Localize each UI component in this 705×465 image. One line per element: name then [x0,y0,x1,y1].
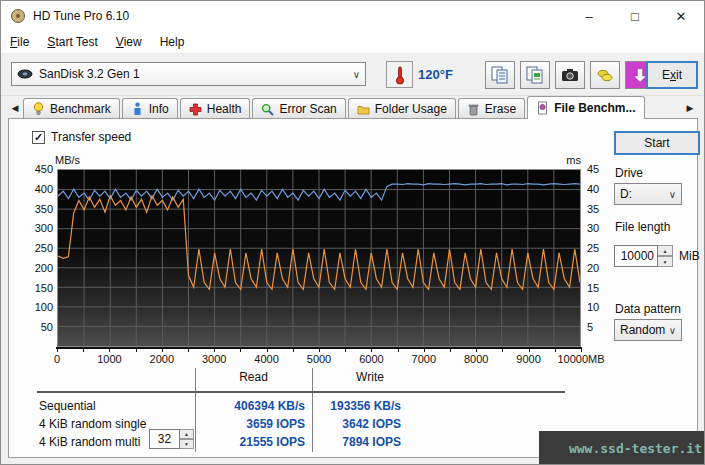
tab-bar: ◀ Benchmark Info Health Error Scan Folde… [1,96,704,119]
tab-label: Folder Usage [375,102,447,116]
transfer-speed-plot [57,169,581,347]
tab-label: Health [207,102,242,116]
spin-down-icon: ▼ [184,441,189,447]
file-bulb-icon [536,101,549,115]
y-tick-label: 40 [587,183,613,195]
random-single-read-value: 3659 IOPS [202,417,305,431]
minimize-button[interactable]: – [566,1,612,31]
tab-info[interactable]: Info [122,98,178,119]
sequential-read-value: 406394 KB/s [202,399,305,413]
file-length-label: File length [615,220,670,234]
drive-selector-dropdown[interactable]: SanDisk 3.2 Gen 1 ∨ [11,62,366,86]
y-tick-label: 150 [27,282,53,294]
close-button[interactable]: ✕ [658,1,704,31]
donate-button[interactable] [590,61,620,89]
right-axis-title: ms [549,154,581,166]
queue-depth-spin-up[interactable]: ▲ [180,429,194,439]
chevron-right-icon: ▶ [687,103,694,113]
menu-help[interactable]: Help [151,31,194,53]
transfer-speed-checkbox[interactable]: ✓ [32,131,45,144]
data-pattern-label: Data pattern [615,302,681,316]
drive-dropdown[interactable]: D: ∨ [614,183,682,205]
tab-label: File Benchm... [554,101,635,115]
info-person-icon [131,102,144,116]
file-length-spin-down[interactable]: ▼ [658,256,673,267]
read-header: Read [202,370,305,384]
y-axis-right: 45403530252015105 [587,169,613,347]
drive-selector-value: SanDisk 3.2 Gen 1 [39,67,140,81]
tab-benchmark[interactable]: Benchmark [23,98,120,119]
maximize-button[interactable]: □ [612,1,658,31]
checkmark-icon: ✓ [34,131,43,143]
coins-icon [595,65,615,85]
exit-button[interactable]: Exit [646,61,698,89]
spin-up-icon: ▲ [663,248,668,254]
start-button[interactable]: Start [614,131,700,155]
x-tick-label: 2000 [150,353,174,365]
temperature-button[interactable] [386,61,413,88]
menu-file[interactable]: File [1,31,38,53]
camera-icon [560,65,580,85]
app-disk-icon [10,8,26,24]
y-tick-label: 10 [587,301,613,313]
x-tick-label: 6000 [359,353,383,365]
random-single-write-value: 3642 IOPS [317,417,401,431]
tab-file-benchmark[interactable]: File Benchm... [527,96,644,119]
file-length-spin-up[interactable]: ▲ [658,245,673,256]
tab-scroll-right-button[interactable]: ▶ [682,99,698,117]
file-length-unit: MiB [679,249,700,263]
tab-erase[interactable]: Erase [458,98,525,119]
chevron-down-icon: ∨ [669,189,676,200]
spin-down-icon: ▼ [663,259,668,265]
folder-icon [357,104,370,115]
tab-error-scan[interactable]: Error Scan [252,98,345,119]
data-pattern-dropdown[interactable]: Random ∨ [614,319,682,341]
x-tick-label: 8000 [464,353,488,365]
file-benchmark-page: ✓ Transfer speed MB/s ms 450400350300250… [8,118,698,458]
y-tick-label: 250 [27,242,53,254]
copy-image-button[interactable] [520,61,550,89]
queue-depth-spin-down[interactable]: ▼ [180,439,194,449]
temperature-value: 120°F [418,67,453,82]
row-label-random-single: 4 KiB random single [39,417,146,431]
magnifier-icon [261,103,274,116]
menu-view[interactable]: View [107,31,151,53]
window-title: HD Tune Pro 6.10 [33,9,129,23]
file-length-input[interactable]: 10000 [614,245,658,267]
y-tick-label: 450 [27,163,53,175]
copy-image-icon [525,65,545,85]
table-divider [195,368,196,452]
tab-health[interactable]: Health [180,98,251,119]
x-tick-label: 1000 [97,353,121,365]
data-pattern-value: Random [620,323,665,337]
y-tick-label: 35 [587,203,613,215]
queue-depth-input[interactable]: 32 [149,429,180,449]
y-tick-label: 50 [27,321,53,333]
y-tick-label: 400 [27,183,53,195]
drive-value: D: [620,187,632,201]
table-divider [312,368,313,452]
screenshot-button[interactable] [555,61,585,89]
menu-start-test[interactable]: Start Test [38,31,106,53]
chevron-down-icon: ∨ [353,69,360,80]
y-tick-label: 15 [587,282,613,294]
x-tick-label: 5000 [307,353,331,365]
sequential-write-value: 193356 KB/s [317,399,401,413]
x-tick-label: 0 [54,353,60,365]
results-table: Read Write Sequential 406394 KB/s 193356… [37,365,565,455]
menu-bar: File Start Test View Help [1,31,704,53]
tab-folder-usage[interactable]: Folder Usage [348,98,456,119]
random-multi-read-value: 21555 IOPS [202,435,305,449]
y-tick-label: 100 [27,301,53,313]
x-tick-label: 10000MB [557,353,604,365]
tab-scroll-left-button[interactable]: ◀ [7,99,23,117]
y-tick-label: 25 [587,242,613,254]
copy-text-button[interactable] [485,61,515,89]
chevron-left-icon: ◀ [12,103,19,113]
x-tick-label: 7000 [412,353,436,365]
y-tick-label: 30 [587,222,613,234]
title-bar: HD Tune Pro 6.10 – □ ✕ [1,1,704,31]
watermark: www.ssd-tester.it [539,431,705,465]
tab-label: Info [149,102,169,116]
minimize-icon: – [585,9,592,24]
